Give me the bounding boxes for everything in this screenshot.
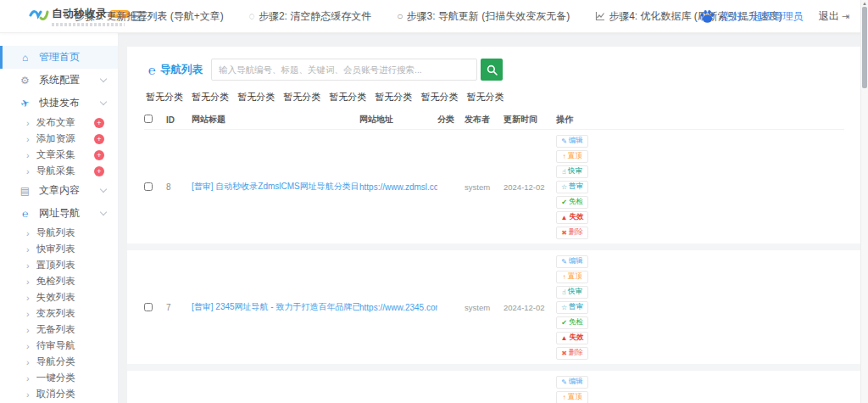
sidebar-subitem-label: 取消分类 — [36, 388, 104, 400]
topbar-right: 您好，超级管理员 退出 ⇥ — [699, 8, 849, 25]
step-2-button[interactable]: ◌ 步骤2: 清空静态缓存文件 — [249, 9, 371, 24]
row-actions: ✎编辑 ↑置顶 ☝快审 ☆普审 ✔免检 ▲失效 ✖删除 — [556, 250, 595, 364]
sidebar-subitem-label: 一键分类 — [36, 372, 104, 384]
fast-review-button[interactable]: ☝快审 — [556, 286, 588, 299]
sidebar-item-pending-nav[interactable]: › 待审导航 — [0, 338, 118, 354]
sidebar-item-system-config[interactable]: ⚙ 系统配置 — [0, 69, 118, 92]
exempt-button[interactable]: ✔免检 — [556, 316, 588, 329]
search-input[interactable] — [211, 59, 477, 81]
submenu-arrow-icon: › — [26, 309, 30, 319]
edit-button[interactable]: ✎编辑 — [556, 376, 588, 389]
sidebar-item-add-resource[interactable]: › 添加资源 + — [0, 131, 118, 147]
category-tag[interactable]: 暂无分类 — [146, 92, 183, 102]
baidu-icon[interactable] — [699, 8, 715, 25]
col-category: 分类 — [437, 114, 465, 126]
search-button[interactable] — [481, 59, 503, 81]
select-all-checkbox[interactable] — [144, 115, 153, 123]
scroll-up-icon[interactable]: ▲ — [862, 1, 867, 6]
invalidate-button[interactable]: ▲失效 — [556, 211, 588, 224]
delete-button[interactable]: ✖删除 — [556, 347, 588, 360]
arrow-up-icon: ↑ — [563, 273, 566, 281]
warning-icon: ▲ — [561, 214, 568, 221]
edit-button[interactable]: ✎编辑 — [556, 255, 588, 268]
sidebar-item-article-collect[interactable]: › 文章采集 + — [0, 147, 118, 163]
pin-top-button[interactable]: ↑置顶 — [556, 150, 588, 163]
loading-icon: ◌ — [249, 10, 255, 22]
sidebar: ⌂ 管理首页 ⚙ 系统配置 ✈ 快捷发布 › 发布文章 + › 添加资源 + ›… — [0, 32, 119, 403]
normal-review-button[interactable]: ☆普审 — [556, 181, 588, 193]
invalidate-button[interactable]: ▲失效 — [556, 332, 588, 344]
row-divider — [127, 243, 861, 250]
sidebar-item-invalid-list[interactable]: › 失效列表 — [0, 289, 118, 305]
circle-icon: ○ — [397, 10, 403, 22]
sidebar-item-nav-list[interactable]: › 导航列表 — [0, 225, 118, 241]
sidebar-item-publish-article[interactable]: › 发布文章 + — [0, 115, 118, 131]
table-row: 8 [普审] 自动秒收录ZdmslCMS网址导航分类目录自助链.. https:… — [144, 130, 844, 243]
delete-button[interactable]: ✖删除 — [556, 227, 588, 239]
sidebar-item-url-nav[interactable]: ℮ 网址导航 — [0, 202, 118, 225]
logout-icon: ⇥ — [842, 11, 849, 22]
plus-badge: + — [94, 166, 104, 176]
page-title: 导航列表 — [160, 63, 203, 77]
vertical-scrollbar[interactable]: ▲ — [860, 0, 868, 403]
search-box — [211, 59, 503, 81]
pin-top-button[interactable]: ↑置顶 — [556, 391, 588, 403]
site-url-link[interactable]: https://www.zdmsl.com.. — [359, 182, 437, 192]
category-tag[interactable]: 暂无分类 — [237, 92, 275, 102]
row-updated: 2024-12-02 — [504, 303, 556, 312]
sidebar-item-grayed-list[interactable]: › 变灰列表 — [0, 305, 118, 322]
star-icon: ☆ — [561, 183, 567, 191]
sidebar-item-label: 系统配置 — [39, 73, 101, 87]
category-tag[interactable]: 暂无分类 — [283, 92, 320, 102]
sidebar-item-label: 网址导航 — [39, 206, 101, 221]
sidebar-item-no-icp-list[interactable]: › 无备列表 — [0, 322, 118, 338]
col-updated: 更新时间 — [504, 114, 556, 126]
sidebar-item-pinned-list[interactable]: › 置顶列表 — [0, 257, 118, 273]
pin-top-button[interactable]: ↑置顶 — [556, 271, 588, 283]
scrollbar-thumb[interactable] — [862, 7, 867, 88]
sidebar-item-fast-review-list[interactable]: › 快审列表 — [0, 241, 118, 257]
site-url-link[interactable]: https://www.2345.com.. — [359, 303, 437, 312]
category-tag[interactable]: 暂无分类 — [420, 92, 458, 102]
sidebar-subitem-label: 置顶列表 — [36, 259, 104, 271]
fast-review-button[interactable]: ☝快审 — [556, 165, 588, 178]
main-content: ℮ 导航列表 暂无分类 暂无分类 暂无分类 暂无分类 暂无分 — [127, 32, 861, 403]
normal-review-button[interactable]: ☆普审 — [556, 301, 588, 314]
category-tag[interactable]: 暂无分类 — [329, 92, 366, 102]
step-3-button[interactable]: ○ 步骤3: 导航更新 (扫描失效变灰无备) — [397, 9, 570, 24]
user-greeting[interactable]: 您好，超级管理员 — [722, 9, 804, 24]
sidebar-item-onekey-category[interactable]: › 一键分类 — [0, 370, 118, 386]
category-tag[interactable]: 暂无分类 — [192, 92, 229, 102]
logout-button[interactable]: 退出 ⇥ — [819, 9, 849, 24]
gear-icon: ⚙ — [19, 75, 31, 87]
site-title-link[interactable]: [普审] 2345网址导航 - 致力于打造百年品牌已创建19年.. — [192, 301, 359, 313]
chevron-down-icon — [100, 186, 107, 193]
sidebar-item-cancel-category[interactable]: › 取消分类 — [0, 386, 118, 402]
submenu-arrow-icon: › — [26, 389, 30, 400]
sidebar-subitem-label: 待审导航 — [36, 339, 104, 352]
row-publisher: system — [465, 182, 504, 192]
exempt-button[interactable]: ✔免检 — [556, 196, 588, 209]
submenu-arrow-icon: › — [26, 277, 30, 287]
row-checkbox[interactable] — [144, 182, 153, 191]
panel-header: ℮ 导航列表 — [144, 57, 844, 82]
thumb-up-icon: ☝ — [562, 288, 566, 296]
search-icon — [487, 64, 498, 76]
sidebar-item-article-content[interactable]: ▤ 文章内容 — [0, 179, 118, 202]
sidebar-item-dashboard[interactable]: ⌂ 管理首页 — [0, 46, 118, 69]
arrow-up-icon: ↑ — [563, 153, 566, 160]
sidebar-item-exempt-list[interactable]: › 免检列表 — [0, 273, 118, 289]
sidebar-item-nav-collect[interactable]: › 导航采集 + — [0, 163, 118, 179]
submenu-arrow-icon: › — [26, 373, 30, 383]
site-title-link[interactable]: [普审] 自动秒收录ZdmslCMS网址导航分类目录自助链.. — [192, 181, 359, 193]
category-tag[interactable]: 暂无分类 — [466, 92, 504, 102]
step-1-button[interactable]: ↻ 步骤1: 更新推荐列表 (导航+文章) — [63, 9, 224, 24]
sidebar-item-quick-publish[interactable]: ✈ 快捷发布 — [0, 92, 118, 115]
logo-swoosh-icon — [29, 8, 49, 25]
category-tag[interactable]: 暂无分类 — [375, 92, 412, 102]
submenu-arrow-icon: › — [26, 150, 30, 160]
thumb-up-icon: ☝ — [562, 168, 566, 176]
sidebar-item-nav-category[interactable]: › 导航分类 — [0, 354, 118, 370]
row-checkbox[interactable] — [144, 303, 153, 311]
edit-button[interactable]: ✎编辑 — [556, 135, 588, 148]
